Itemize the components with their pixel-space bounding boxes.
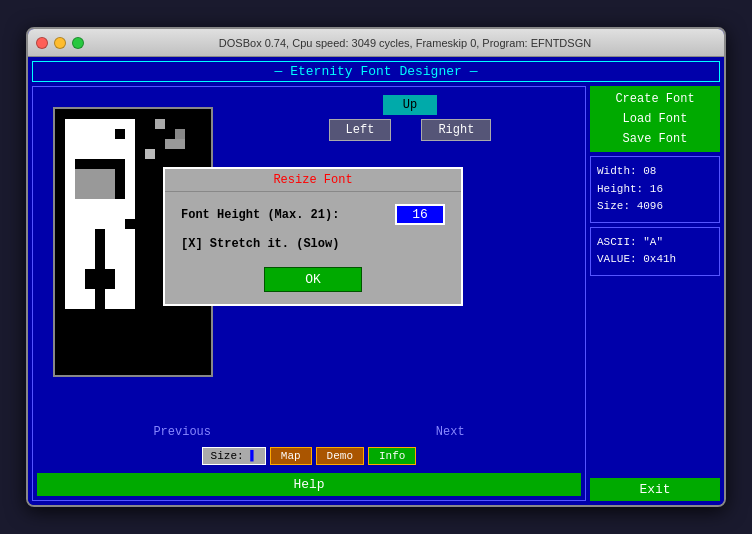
modal-body: Font Height (Max. 21): [X] Stretch it. (… [165,192,461,304]
demo-button[interactable]: Demo [316,447,364,465]
size-value: 4096 [637,200,663,212]
prev-button[interactable]: Previous [153,425,211,439]
font-height-label: Font Height (Max. 21): [181,208,339,222]
svg-rect-5 [125,119,135,139]
map-button[interactable]: Map [270,447,312,465]
app-container: Eternity Font Designer [28,57,724,505]
ascii-value: "A" [643,236,663,248]
ok-button[interactable]: OK [264,267,362,292]
exit-button[interactable]: Exit [590,478,720,501]
height-value: 16 [650,183,663,195]
modal-title: Resize Font [165,169,461,192]
svg-rect-14 [115,269,135,289]
width-info: Width: 08 [597,163,713,181]
svg-rect-11 [65,229,95,269]
stretch-label: [X] Stretch it. (Slow) [181,237,339,251]
svg-rect-2 [65,129,115,139]
up-button[interactable]: Up [383,95,437,115]
left-panel: Up Left Right Resize Font Font Hei [32,86,586,501]
svg-rect-3 [65,139,125,149]
app-window: DOSBox 0.74, Cpu speed: 3049 cycles, Fra… [26,27,726,507]
titlebar-text: DOSBox 0.74, Cpu speed: 3049 cycles, Fra… [94,37,716,49]
main-area: Up Left Right Resize Font Font Hei [32,86,720,501]
size-value: ▌ [250,450,257,462]
svg-rect-10 [75,169,115,199]
svg-rect-19 [165,139,185,149]
height-info: Height: 16 [597,181,713,199]
minimize-button[interactable] [54,37,66,49]
svg-rect-4 [65,149,125,159]
resize-font-dialog: Resize Font Font Height (Max. 21): [X] S… [163,167,463,306]
ascii-info-box: ASCII: "A" VALUE: 0x41h [590,227,720,276]
right-panel: Create Font Load Font Save Font Width: 0… [590,86,720,501]
size-info: Size: 4096 [597,198,713,216]
hex-value: 0x41h [643,253,676,265]
app-title: Eternity Font Designer [32,61,720,82]
canvas-wrapper: Up Left Right Resize Font Font Hei [33,87,585,421]
svg-rect-15 [65,289,95,309]
right-button[interactable]: Right [421,119,491,141]
titlebar: DOSBox 0.74, Cpu speed: 3049 cycles, Fra… [28,29,724,57]
spacer [590,280,720,474]
close-button[interactable] [36,37,48,49]
load-font-button[interactable]: Load Font [594,110,716,128]
next-button[interactable]: Next [436,425,465,439]
value-info: VALUE: 0x41h [597,251,713,269]
traffic-lights [36,37,84,49]
size-button[interactable]: Size: ▌ [202,447,266,465]
modal-height-row: Font Height (Max. 21): [181,204,445,225]
width-value: 08 [643,165,656,177]
svg-rect-8 [65,209,125,229]
maximize-button[interactable] [72,37,84,49]
info-button[interactable]: Info [368,447,416,465]
font-info-box: Width: 08 Height: 16 Size: 4096 [590,156,720,223]
svg-rect-17 [155,119,165,129]
left-content: Up Left Right Resize Font Font Hei [33,87,585,500]
up-button-area: Up Left Right [243,95,577,141]
create-font-button[interactable]: Create Font [594,90,716,108]
svg-rect-7 [65,199,125,209]
svg-rect-9 [125,139,135,219]
font-height-input[interactable] [395,204,445,225]
save-font-button[interactable]: Save Font [594,130,716,148]
svg-rect-6 [65,159,75,199]
bottom-nav: Previous Next [33,421,585,443]
svg-rect-18 [175,129,185,139]
svg-rect-1 [65,119,125,129]
lr-buttons: Left Right [329,119,492,141]
footer-bar: Help [33,469,585,500]
svg-rect-16 [105,289,135,309]
bottom-toolbar: Size: ▌ Map Demo Info [33,443,585,469]
svg-rect-12 [105,229,135,269]
font-actions: Create Font Load Font Save Font [590,86,720,152]
svg-rect-20 [145,149,155,159]
left-button[interactable]: Left [329,119,392,141]
svg-rect-13 [65,269,85,289]
stretch-checkbox-row: [X] Stretch it. (Slow) [181,237,445,251]
help-button[interactable]: Help [37,473,581,496]
ascii-info: ASCII: "A" [597,234,713,252]
